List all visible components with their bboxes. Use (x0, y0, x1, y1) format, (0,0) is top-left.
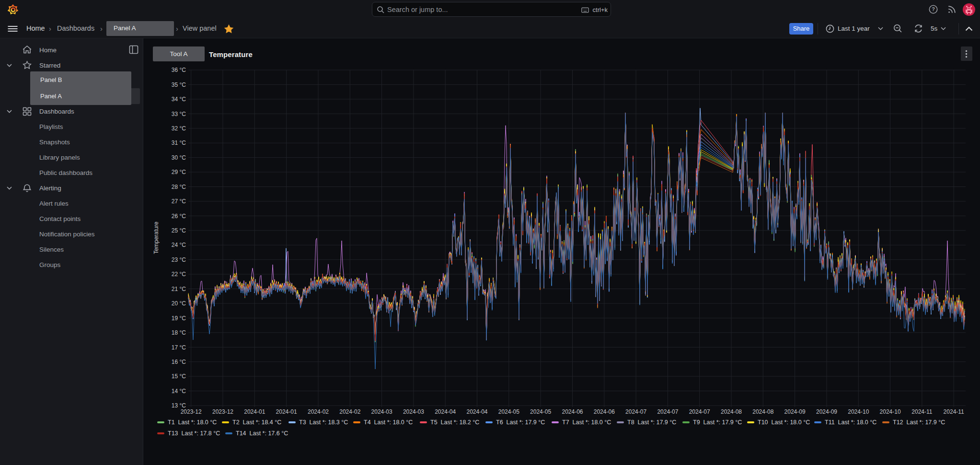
svg-text:T5 Last *: 18.2 °C: T5 Last *: 18.2 °C (430, 419, 479, 426)
svg-text:2024-03: 2024-03 (403, 408, 424, 415)
svg-text:T7 Last *: 18.0 °C: T7 Last *: 18.0 °C (562, 419, 611, 426)
svg-text:T12 Last *: 17.9 °C: T12 Last *: 17.9 °C (893, 419, 945, 426)
svg-text:29 °C: 29 °C (172, 169, 186, 175)
svg-text:19 °C: 19 °C (172, 315, 186, 322)
svg-text:32 °C: 32 °C (172, 125, 186, 132)
svg-text:2024-07: 2024-07 (625, 408, 646, 415)
svg-text:T10 Last *: 18.0 °C: T10 Last *: 18.0 °C (758, 419, 810, 426)
svg-text:2024-02: 2024-02 (339, 408, 360, 415)
svg-text:2024-09: 2024-09 (816, 408, 837, 415)
svg-text:17 °C: 17 °C (172, 344, 186, 351)
svg-text:2024-08: 2024-08 (721, 408, 742, 415)
svg-text:T13 Last *: 17.8 °C: T13 Last *: 17.8 °C (168, 430, 220, 437)
svg-text:2024-05: 2024-05 (530, 408, 551, 415)
svg-text:30 °C: 30 °C (172, 154, 186, 161)
svg-text:22 °C: 22 °C (172, 271, 186, 278)
svg-text:18 °C: 18 °C (172, 329, 186, 336)
svg-text:26 °C: 26 °C (172, 213, 186, 220)
svg-text:T6 Last *: 17.9 °C: T6 Last *: 17.9 °C (496, 419, 545, 426)
svg-text:T2 Last *: 18.4 °C: T2 Last *: 18.4 °C (232, 419, 281, 426)
svg-text:2024-06: 2024-06 (562, 408, 583, 415)
svg-text:25 °C: 25 °C (172, 227, 186, 234)
svg-text:2024-06: 2024-06 (594, 408, 615, 415)
svg-text:2024-04: 2024-04 (435, 408, 456, 415)
svg-text:2024-02: 2024-02 (308, 408, 329, 415)
svg-text:33 °C: 33 °C (172, 111, 186, 117)
svg-text:2024-10: 2024-10 (848, 408, 869, 415)
svg-text:34 °C: 34 °C (172, 96, 186, 103)
svg-text:T8 Last *: 17.9 °C: T8 Last *: 17.9 °C (627, 419, 676, 426)
svg-text:23 °C: 23 °C (172, 256, 186, 263)
svg-text:T1 Last *: 18.0 °C: T1 Last *: 18.0 °C (168, 419, 217, 426)
svg-text:T11 Last *: 18.0 °C: T11 Last *: 18.0 °C (825, 419, 876, 426)
svg-text:2024-11: 2024-11 (944, 408, 964, 415)
svg-text:31 °C: 31 °C (172, 140, 186, 146)
svg-text:2024-07: 2024-07 (689, 408, 710, 415)
svg-text:2024-09: 2024-09 (784, 408, 806, 415)
svg-text:2024-01: 2024-01 (276, 408, 297, 415)
svg-text:14 °C: 14 °C (172, 388, 186, 395)
svg-text:2024-08: 2024-08 (752, 408, 773, 415)
svg-text:?: ? (932, 6, 935, 12)
svg-text:36 °C: 36 °C (172, 67, 186, 73)
svg-text:16 °C: 16 °C (172, 359, 186, 365)
svg-text:2023-12: 2023-12 (181, 408, 202, 415)
svg-text:Temperature: Temperature (153, 221, 160, 254)
svg-text:2024-11: 2024-11 (911, 408, 932, 415)
svg-text:2024-07: 2024-07 (657, 408, 678, 415)
svg-text:T3 Last *: 18.3 °C: T3 Last *: 18.3 °C (299, 419, 348, 426)
svg-text:15 °C: 15 °C (172, 373, 186, 380)
svg-text:28 °C: 28 °C (172, 184, 186, 190)
svg-text:24 °C: 24 °C (172, 242, 186, 248)
svg-text:20 °C: 20 °C (172, 300, 186, 307)
svg-text:2024-05: 2024-05 (498, 408, 519, 415)
svg-text:T4 Last *: 18.0 °C: T4 Last *: 18.0 °C (364, 419, 413, 426)
svg-text:2024-10: 2024-10 (880, 408, 901, 415)
svg-text:21 °C: 21 °C (172, 286, 186, 292)
svg-text:2024-01: 2024-01 (244, 408, 265, 415)
svg-text:35 °C: 35 °C (172, 81, 186, 88)
svg-text:T14 Last *: 17.6 °C: T14 Last *: 17.6 °C (236, 430, 288, 437)
svg-text:2024-03: 2024-03 (371, 408, 392, 415)
svg-text:27 °C: 27 °C (172, 198, 186, 205)
svg-text:2023-12: 2023-12 (212, 408, 233, 415)
svg-text:2024-04: 2024-04 (466, 408, 487, 415)
svg-text:T9 Last *: 17.9 °C: T9 Last *: 17.9 °C (693, 419, 742, 426)
